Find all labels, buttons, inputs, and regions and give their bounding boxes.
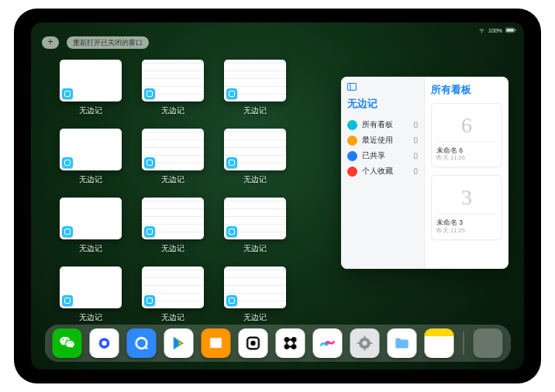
sidebar-icon xyxy=(347,83,418,92)
svg-rect-3 xyxy=(348,84,357,91)
topbar: + 重新打开已关闭的窗口 xyxy=(42,36,149,49)
browser-icon[interactable] xyxy=(90,328,119,358)
link-dots-icon[interactable] xyxy=(276,328,305,358)
add-window-button[interactable]: + xyxy=(42,36,59,49)
app-window[interactable]: 无边记 xyxy=(223,198,287,254)
svg-rect-2 xyxy=(515,29,516,31)
panel-right-title: 所有看板 xyxy=(431,83,502,97)
window-label: 无边记 xyxy=(161,105,184,116)
statusbar: 100% xyxy=(478,26,516,35)
svg-point-10 xyxy=(285,338,289,342)
svg-rect-18 xyxy=(357,342,360,344)
app-badge-icon xyxy=(144,157,155,168)
reopen-closed-window-button[interactable]: 重新打开已关闭的窗口 xyxy=(67,36,149,49)
svg-rect-17 xyxy=(364,349,366,351)
books-icon[interactable] xyxy=(202,328,231,358)
window-thumbnail xyxy=(142,60,204,101)
svg-point-6 xyxy=(102,341,106,346)
window-label: 无边记 xyxy=(243,105,267,116)
app-badge-icon xyxy=(144,226,155,237)
svg-point-12 xyxy=(285,345,289,349)
app-window[interactable]: 无边记 xyxy=(141,266,205,323)
settings-icon[interactable] xyxy=(350,328,380,358)
window-thumbnail xyxy=(224,129,286,170)
svg-rect-1 xyxy=(506,29,514,32)
app-window[interactable]: 无边记 xyxy=(59,129,122,185)
app-window[interactable]: 无边记 xyxy=(59,60,122,116)
dock-separator xyxy=(464,332,464,355)
people-icon xyxy=(347,151,357,161)
board-title: 未命名 6 xyxy=(436,147,497,154)
grid-icon xyxy=(347,120,357,130)
app-window[interactable]: 无边记 xyxy=(59,266,122,323)
sidebar-item-count: 0 xyxy=(413,167,418,176)
app-panel[interactable]: ••• 无边记 所有看板0最近使用0已共享0个人收藏0 所有看板 6未命名 6昨… xyxy=(341,77,508,269)
dock xyxy=(45,325,511,362)
files-icon[interactable] xyxy=(388,328,417,358)
sidebar-item[interactable]: 所有看板0 xyxy=(347,117,418,132)
svg-rect-19 xyxy=(370,342,372,344)
window-label: 无边记 xyxy=(79,312,102,323)
app-badge-icon xyxy=(226,157,237,168)
notes-icon[interactable] xyxy=(425,328,454,358)
window-label: 无边记 xyxy=(243,174,267,185)
window-label: 无边记 xyxy=(161,243,184,254)
app-window[interactable]: 无边记 xyxy=(59,198,122,254)
battery-icon xyxy=(505,27,516,33)
window-thumbnail xyxy=(142,266,204,308)
window-label: 无边记 xyxy=(79,174,102,185)
board-thumbnail: 3 xyxy=(436,181,497,215)
app-window[interactable]: 无边记 xyxy=(141,60,205,116)
app-badge-icon xyxy=(144,295,155,306)
board-card[interactable]: 6未命名 6昨天 11:26 xyxy=(431,103,502,167)
panel-sidebar: 无边记 所有看板0最近使用0已共享0个人收藏0 xyxy=(341,77,425,269)
app-window[interactable]: 无边记 xyxy=(223,266,287,323)
panel-content: 所有看板 6未命名 6昨天 11:263未命名 3昨天 11:25 xyxy=(425,77,508,269)
app-window[interactable]: 无边记 xyxy=(223,129,287,185)
board-thumbnail: 6 xyxy=(436,108,497,143)
screen: 100% + 重新打开已关闭的窗口 无边记无边记无边记无边记无边记无边记无边记无… xyxy=(31,22,524,370)
sidebar-item-count: 0 xyxy=(413,136,418,145)
svg-point-13 xyxy=(292,345,296,349)
window-thumbnail xyxy=(224,198,286,239)
wifi-icon xyxy=(478,27,485,33)
battery-text: 100% xyxy=(488,28,502,33)
svg-point-15 xyxy=(362,341,367,346)
sidebar-item-label: 所有看板 xyxy=(362,119,393,130)
heart-icon xyxy=(347,167,357,177)
sidebar-item[interactable]: 最近使用0 xyxy=(347,132,418,148)
window-label: 无边记 xyxy=(79,105,102,116)
board-card[interactable]: 3未命名 3昨天 11:25 xyxy=(431,175,502,239)
sidebar-item-label: 最近使用 xyxy=(362,135,393,146)
app-window[interactable]: 无边记 xyxy=(223,60,287,116)
play-store-icon[interactable] xyxy=(164,328,194,358)
svg-point-9 xyxy=(251,342,254,345)
window-label: 无边记 xyxy=(243,312,267,323)
qqbrowser-icon[interactable] xyxy=(127,328,157,358)
panel-left-title: 无边记 xyxy=(347,97,418,111)
sidebar-item[interactable]: 个人收藏0 xyxy=(347,163,418,179)
freeform-icon[interactable] xyxy=(313,328,343,358)
window-thumbnail xyxy=(142,129,204,170)
window-thumbnail xyxy=(60,198,122,239)
board-subtitle: 昨天 11:25 xyxy=(436,227,497,235)
window-thumbnail xyxy=(60,60,122,101)
window-label: 无边记 xyxy=(161,174,184,185)
window-thumbnail xyxy=(224,266,286,308)
app-library-icon[interactable] xyxy=(474,328,503,358)
clock-icon xyxy=(347,136,357,146)
app-switcher-grid: 无边记无边记无边记无边记无边记无边记无边记无边记无边记无边记无边记无边记 xyxy=(59,60,369,323)
app-window[interactable]: 无边记 xyxy=(141,198,205,254)
ipad-frame: 100% + 重新打开已关闭的窗口 无边记无边记无边记无边记无边记无边记无边记无… xyxy=(14,9,541,383)
app-badge-icon xyxy=(226,226,237,237)
board-subtitle: 昨天 11:26 xyxy=(436,154,497,162)
box-dot-icon[interactable] xyxy=(239,328,268,358)
wechat-icon[interactable] xyxy=(53,328,82,358)
app-window[interactable]: 无边记 xyxy=(141,129,205,185)
sidebar-item-label: 已共享 xyxy=(362,150,385,161)
window-thumbnail xyxy=(60,129,122,170)
sidebar-item-count: 0 xyxy=(413,152,418,160)
app-badge-icon xyxy=(62,295,73,306)
app-badge-icon xyxy=(62,226,73,237)
sidebar-item[interactable]: 已共享0 xyxy=(347,148,418,163)
